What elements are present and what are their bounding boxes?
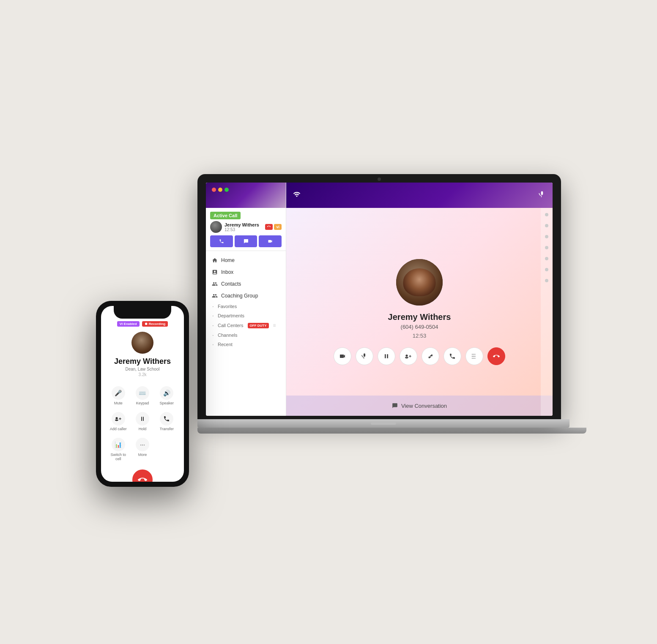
transfer-action-button[interactable] (422, 347, 439, 365)
laptop-screen: Active Call Jeremy Withers 12:53 (206, 183, 553, 416)
phone-notch (114, 306, 171, 319)
nav-menu: Home Inbox Contacts (206, 251, 286, 416)
caller-name-small: Jeremy Withers (224, 222, 263, 227)
add-caller-action-button[interactable] (400, 347, 417, 365)
vi-badge: vi (274, 224, 282, 230)
right-dot-6 (545, 268, 548, 271)
off-duty-badge: OFF DUTY (248, 323, 269, 328)
microphone-icon[interactable] (538, 191, 546, 200)
right-dot-1 (545, 213, 548, 216)
main-content: Jeremy Withers (604) 649-0504 12:53 (286, 183, 553, 416)
phone-action-mute[interactable]: 🎤 Mute (107, 384, 129, 408)
mute-action-button[interactable] (356, 347, 373, 365)
nav-item-inbox[interactable]: Inbox (206, 266, 286, 278)
right-dot-2 (545, 224, 548, 227)
phone-status-badges: VI Enabled ⏺ Recording (101, 319, 184, 328)
phone-end-call-area (101, 466, 184, 482)
recording-badge: ⏺ Recording (142, 321, 168, 327)
phone-action-hold[interactable]: ⏸ Hold (131, 409, 153, 434)
caller-avatar-small (210, 221, 222, 233)
right-dot-3 (545, 235, 548, 238)
active-call-banner: Active Call (210, 212, 241, 219)
active-call-row: Jeremy Withers 12:53 vi (210, 221, 282, 233)
active-call-section: Active Call Jeremy Withers 12:53 (206, 208, 286, 251)
contact-phone: (604) 649-0504 (401, 324, 438, 330)
call-controls-mini (210, 235, 282, 247)
contact-name-large: Jeremy Withers (388, 312, 451, 322)
phone-contact-number: 3.2k (139, 372, 147, 377)
call-video-button[interactable] (259, 235, 282, 247)
nav-section-call-centers[interactable]: Call Centers OFF DUTY ≡ (206, 320, 286, 330)
end-call-button-phone[interactable] (132, 469, 153, 482)
phone-contact-title: Dean, Law School (125, 367, 159, 371)
phone-action-add-caller[interactable]: Add caller (107, 409, 129, 434)
nav-section-recent[interactable]: Recent (206, 340, 286, 349)
call-message-button[interactable] (235, 235, 257, 247)
laptop-lid: Active Call Jeremy Withers 12:53 (197, 174, 561, 419)
right-sidebar (541, 208, 553, 416)
hold-action-button[interactable] (378, 347, 395, 365)
view-conversation-button[interactable]: View Conversation (286, 396, 553, 416)
phone-actions-grid: 🎤 Mute ⌨️ Keypad 🔊 Speaker Add caller (101, 381, 184, 466)
laptop-device: Active Call Jeremy Withers 12:53 (197, 174, 561, 478)
phone-action-button[interactable] (443, 347, 461, 365)
end-call-action-button[interactable] (487, 347, 505, 365)
nav-section-favorites[interactable]: Favorites (206, 302, 286, 311)
caller-info-small: Jeremy Withers 12:53 (224, 222, 263, 232)
nav-item-coaching-group[interactable]: Coaching Group (206, 290, 286, 302)
phone-screen: VI Enabled ⏺ Recording Jeremy Withers De… (101, 306, 184, 482)
laptop-camera (378, 177, 381, 181)
keypad-action-button[interactable] (465, 347, 483, 365)
contact-avatar-large (396, 259, 443, 306)
phone-avatar (131, 332, 153, 354)
call-audio-button[interactable] (210, 235, 233, 247)
main-top-bar (286, 183, 553, 208)
view-conversation-label: View Conversation (401, 403, 447, 409)
phone-action-keypad[interactable]: ⌨️ Keypad (131, 384, 153, 408)
coaching-group-label: Coaching Group (221, 293, 258, 299)
rec-badge (265, 224, 273, 230)
nav-section-channels[interactable]: Channels (206, 330, 286, 340)
close-window-button[interactable] (212, 188, 216, 192)
phone-action-more[interactable]: ··· More (131, 435, 153, 464)
right-dot-4 (545, 246, 548, 249)
phone-contact-name: Jeremy Withers (114, 357, 171, 366)
phone-action-transfer[interactable]: Transfer (156, 409, 178, 434)
signal-icon (293, 191, 301, 200)
phone-action-switch[interactable]: 📊 Switch to cell (107, 435, 129, 464)
right-dot-7 (545, 279, 548, 282)
maximize-window-button[interactable] (224, 188, 229, 192)
call-area: Jeremy Withers (604) 649-0504 12:53 (286, 208, 553, 416)
vi-enabled-badge: VI Enabled (117, 321, 140, 327)
app-container: Active Call Jeremy Withers 12:53 (206, 183, 553, 416)
caller-time-small: 12:53 (224, 227, 263, 232)
call-action-bar (334, 347, 505, 365)
caller-badges: vi (265, 224, 282, 230)
phone-device: VI Enabled ⏺ Recording Jeremy Withers De… (96, 301, 189, 487)
scene: VI Enabled ⏺ Recording Jeremy Withers De… (96, 132, 561, 512)
laptop-base (197, 419, 569, 428)
laptop-foot (197, 428, 586, 434)
nav-item-home[interactable]: Home (206, 254, 286, 266)
minimize-window-button[interactable] (218, 188, 222, 192)
right-dot-5 (545, 257, 548, 260)
window-controls (208, 185, 232, 194)
video-action-button[interactable] (334, 347, 351, 365)
sidebar: Active Call Jeremy Withers 12:53 (206, 183, 286, 416)
nav-item-contacts[interactable]: Contacts (206, 278, 286, 290)
phone-contact-area: Jeremy Withers Dean, Law School 3.2k (101, 328, 184, 381)
call-duration: 12:53 (413, 333, 427, 339)
nav-section-departments[interactable]: Departments (206, 311, 286, 320)
phone-action-speaker[interactable]: 🔊 Speaker (156, 384, 178, 408)
